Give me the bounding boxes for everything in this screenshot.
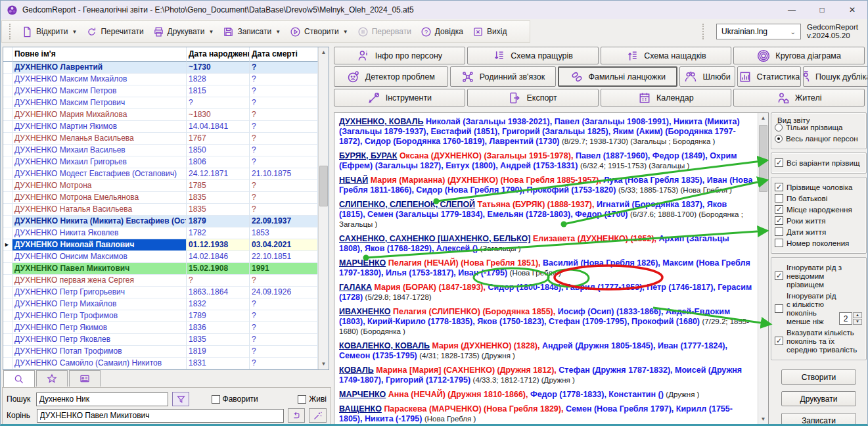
- table-row[interactable]: ДУХНЕНКО Петр Яковлев1835?: [3, 334, 329, 346]
- spinner-up-icon[interactable]: ▲: [853, 312, 862, 318]
- nav-button[interactable]: Детектор проблем: [334, 66, 448, 87]
- nav-button[interactable]: Схема нащадків: [601, 47, 732, 64]
- table-row[interactable]: ДУХНЕНКО Петр Григорьевич1863..186424.09…: [3, 287, 329, 298]
- table-row[interactable]: ДУХНЕНКО Наталья Васильева1835?: [3, 204, 329, 216]
- minimize-button[interactable]: —: [777, 1, 807, 19]
- favorites-checkbox-box[interactable]: [212, 395, 220, 404]
- checkbox[interactable]: [775, 239, 783, 247]
- checkbox[interactable]: [775, 216, 783, 225]
- marriages-icon: [684, 70, 697, 83]
- column-header-birth[interactable]: Дата народження: [187, 47, 250, 62]
- column-header-name[interactable]: Повне ім'я: [12, 47, 187, 62]
- radio-button[interactable]: [775, 135, 783, 143]
- tab-search[interactable]: [3, 370, 35, 387]
- table-row[interactable]: ДУХНЕНКО Максим Петров1815?: [3, 85, 329, 97]
- action-button[interactable]: Створити: [781, 369, 856, 385]
- nav-button[interactable]: Родинний зв'язок: [450, 66, 557, 87]
- scroll-down-icon[interactable]: ▼: [319, 359, 329, 369]
- table-row[interactable]: ДУХНЕНКО Максим Михайлов1828?: [3, 74, 329, 85]
- table-row[interactable]: ДУХНЕНКО Модест Евстафиев (Остапович)24.…: [3, 168, 329, 180]
- table-row[interactable]: ДУХНЕНКО Меланья Васильева1767?: [3, 133, 329, 145]
- table-row[interactable]: ДУХНЕНКО Петр Михайлов1832?: [3, 298, 329, 310]
- descendants-icon: [626, 49, 639, 62]
- table-row[interactable]: ДУХНЕНКО Мотрона Емельянова1835?: [3, 192, 329, 204]
- spinner-down-icon[interactable]: ▼: [853, 319, 862, 325]
- table-row[interactable]: ►ДУХНЕНКО Николай Павлович01.12.193803.0…: [3, 239, 329, 251]
- checkbox[interactable]: [775, 158, 783, 167]
- nav-button[interactable]: Кругова діаграма: [733, 47, 865, 64]
- table-row[interactable]: ДУХНЕНКО Мотрона1785?: [3, 180, 329, 192]
- table-row[interactable]: ДУХНЕНКО Самойло (Самаил) Никитов1831?: [3, 358, 329, 369]
- scroll-up-icon[interactable]: ▲: [319, 47, 329, 58]
- action-button[interactable]: Записати: [781, 413, 856, 426]
- filter-button[interactable]: [172, 392, 189, 406]
- dropdown-caret-icon[interactable]: ▼: [275, 29, 281, 35]
- maximize-button[interactable]: □: [807, 1, 837, 19]
- column-header-death[interactable]: Дата смерті: [250, 47, 318, 62]
- tab-card[interactable]: [69, 370, 101, 387]
- toolbar-grip[interactable]: [9, 24, 12, 39]
- toolbar-button[interactable]: Перечитати: [81, 22, 148, 41]
- table-row[interactable]: ДУХНЕНКО Потап Трофимов1819?: [3, 346, 329, 358]
- generations-spinner[interactable]: 2: [839, 312, 852, 325]
- radio-button[interactable]: [775, 124, 783, 131]
- checkbox[interactable]: [775, 272, 783, 280]
- table-row[interactable]: ДУХНЕНКО Петр Трофимов1789?: [3, 310, 329, 322]
- table-row[interactable]: ДУХНЕНКО Лаврентий~1730?: [3, 62, 329, 74]
- root-input[interactable]: [37, 409, 284, 423]
- report-scrollbar[interactable]: ▲ ▼: [758, 113, 768, 425]
- action-button[interactable]: Друкувати: [781, 391, 856, 406]
- table-row[interactable]: ДУХНЕНКО Михаил Григорьев1806?: [3, 156, 329, 168]
- scroll-up-icon[interactable]: ▲: [758, 113, 768, 124]
- nav-button[interactable]: Шлюби: [679, 66, 735, 87]
- checkbox[interactable]: [775, 337, 783, 345]
- checkbox[interactable]: [775, 205, 783, 214]
- table-row[interactable]: ДУХНЕНКО первая жена Сергея??: [3, 275, 329, 287]
- nav-button[interactable]: Фамильні ланцюжки: [558, 66, 677, 87]
- toolbar-button[interactable]: Відкрити▼: [17, 22, 81, 41]
- table-scrollbar[interactable]: ▲ ▼: [318, 47, 329, 369]
- table-row[interactable]: ДУХНЕНКО Онисим Максимов14.02.184622.10.…: [3, 251, 329, 263]
- toolbar-button[interactable]: Створити▼: [285, 22, 353, 41]
- search-input[interactable]: [36, 392, 168, 406]
- toolbar-button[interactable]: Вихід: [468, 22, 511, 41]
- table-row[interactable]: ДУХНЕНКО Михаил Васильев1850?: [3, 145, 329, 156]
- toolbar-button[interactable]: ?Довідка: [416, 22, 468, 41]
- nav-button[interactable]: Календар: [601, 89, 732, 106]
- table-scroll-thumb[interactable]: [319, 166, 328, 206]
- dropdown-caret-icon[interactable]: ▼: [209, 29, 214, 35]
- set-root-button[interactable]: [288, 408, 306, 423]
- tab-star[interactable]: [36, 370, 68, 387]
- language-grip[interactable]: [702, 24, 705, 39]
- checkbox[interactable]: [775, 227, 783, 236]
- alive-checkbox[interactable]: Живі: [298, 394, 327, 404]
- table-row[interactable]: ДУХНЕНКО Никита Яковлев17821853: [3, 227, 329, 239]
- table-row[interactable]: ДУХНЕНКО Максим Петрович??: [3, 97, 329, 109]
- close-button[interactable]: ✕: [837, 1, 867, 19]
- favorites-checkbox[interactable]: Фаворити: [212, 394, 258, 404]
- table-row[interactable]: ДУХНЕНКО Петр Якимов1836?: [3, 322, 329, 334]
- table-row[interactable]: ДУХНЕНКО Мартин Якимов14.04.1841?: [3, 121, 329, 133]
- scroll-down-icon[interactable]: ▼: [758, 414, 768, 425]
- dropdown-caret-icon[interactable]: ▼: [343, 29, 348, 35]
- nav-button[interactable]: Експорт: [467, 89, 599, 106]
- nav-button[interactable]: Схема пращурів: [467, 47, 599, 64]
- table-row[interactable]: ДУХНЕНКО Мария Михайлова~1830?: [3, 109, 329, 121]
- alive-checkbox-box[interactable]: [298, 395, 306, 404]
- table-row[interactable]: ДУХНЕНКО Павел Микитович15.02.19081991: [3, 263, 329, 275]
- nav-button[interactable]: Жителі: [733, 89, 865, 106]
- language-select[interactable]: Ukrainian.lng ⌄: [716, 24, 801, 39]
- checkbox[interactable]: [775, 304, 783, 313]
- report-scroll-thumb[interactable]: [759, 125, 767, 192]
- auto-root-button[interactable]: [309, 408, 327, 423]
- table-row[interactable]: ДУХНЕНКО Никита (Микита) Евстафиев (Ост1…: [3, 216, 329, 227]
- nav-button[interactable]: Пошук дублікатів: [803, 66, 868, 87]
- nav-button[interactable]: Інструменти: [334, 89, 465, 106]
- checkbox[interactable]: [775, 183, 783, 191]
- toolbar-button[interactable]: Записати▼: [218, 22, 285, 41]
- nav-button[interactable]: Інфо про персону: [334, 47, 465, 64]
- checkbox[interactable]: [775, 194, 783, 202]
- nav-button[interactable]: Статистика: [737, 66, 801, 87]
- toolbar-button[interactable]: Друкувати▼: [148, 22, 219, 41]
- dropdown-caret-icon[interactable]: ▼: [72, 29, 78, 35]
